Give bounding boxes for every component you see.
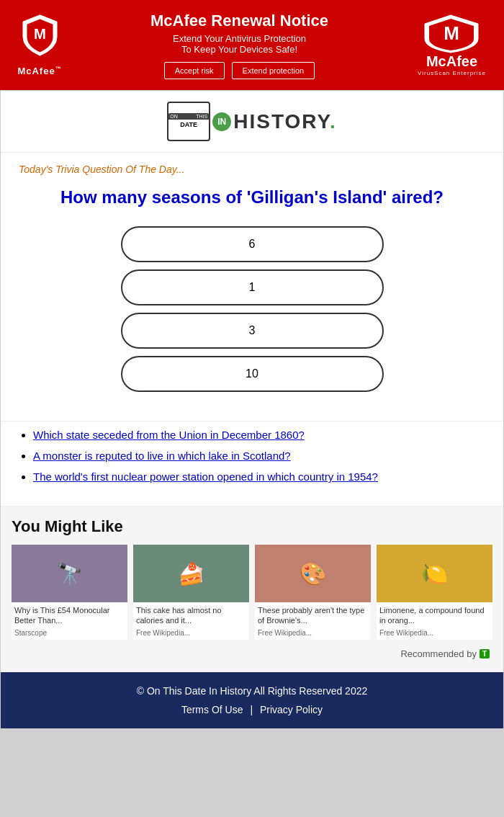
related-link-2[interactable]: A monster is reputed to live in which la… (33, 450, 291, 462)
footer-links: Terms Of Use | Privacy Policy (15, 704, 489, 715)
answer-options: 6 1 3 10 (19, 226, 485, 392)
ad-buttons: Accept risk Extend protection (72, 62, 407, 79)
calendar-body: DATE (179, 120, 199, 130)
rec-caption-1: Why is This £54 Monocular Better Than... (12, 602, 127, 629)
related-list: Which state seceded from the Union in De… (19, 429, 485, 483)
answer-option-2[interactable]: 1 (121, 269, 384, 305)
ad-banner: M McAfee™ McAfee Renewal Notice Extend Y… (0, 0, 504, 90)
ad-title: McAfee Renewal Notice (72, 12, 407, 30)
terms-link[interactable]: Terms Of Use (181, 704, 243, 715)
rec-caption-4: Limonene, a compound found in orang... (377, 602, 492, 629)
rec-caption-3: These probably aren't the type of Browni… (255, 602, 371, 629)
history-text: HISTORY. (233, 110, 337, 133)
in-circle: IN (212, 112, 231, 131)
rec-img-1: 🔭 (12, 545, 127, 602)
rec-img-4: 🍋 (377, 545, 492, 602)
rec-source-4: Free Wikipedia... (377, 629, 492, 640)
svg-text:M: M (34, 26, 46, 42)
ad-left-logo: M McAfee™ (14, 14, 65, 76)
ad-right-logo: M McAfee VirusScan Enterprise (414, 10, 490, 80)
answer-option-4[interactable]: 10 (121, 356, 384, 392)
rec-item-2[interactable]: 🍰 This cake has almost no calories and i… (133, 545, 249, 640)
calendar-icon: ON THIS DATE (167, 102, 210, 141)
related-link-1[interactable]: Which state seceded from the Union in De… (33, 429, 305, 441)
rec-img-3: 🎨 (255, 545, 371, 602)
rec-source-3: Free Wikipedia... (255, 629, 371, 640)
trivia-question: How many seasons of 'Gilligan's Island' … (19, 186, 485, 208)
list-item: The world's first nuclear power station … (33, 470, 485, 483)
ad-subtitle: Extend Your Antivirus ProtectionTo Keep … (72, 33, 407, 55)
rec-caption-2: This cake has almost no calories and it.… (133, 602, 249, 629)
rec-img-2: 🍰 (133, 545, 249, 602)
mcafee-right-brand: M McAfee VirusScan Enterprise (414, 10, 490, 80)
related-links: Which state seceded from the Union in De… (1, 421, 503, 506)
trivia-section: Today's Trivia Question Of The Day... Ho… (1, 153, 503, 421)
rec-grid: 🔭 Why is This £54 Monocular Better Than.… (12, 545, 492, 640)
recommended-by-label: Recommended by (400, 648, 477, 659)
calendar-top: ON THIS (168, 113, 209, 120)
footer-divider: | (250, 704, 253, 715)
related-link-3[interactable]: The world's first nuclear power station … (33, 470, 378, 483)
list-item: Which state seceded from the Union in De… (33, 429, 485, 441)
mcafee-brand-left: McAfee™ (17, 66, 61, 76)
list-item: A monster is reputed to live in which la… (33, 450, 485, 462)
mcafee-enterprise-label: VirusScan Enterprise (418, 70, 486, 76)
mcafee-brand-right: McAfee (426, 53, 477, 70)
mcafee-left-shield: M (14, 14, 65, 64)
trivia-label: Today's Trivia Question Of The Day... (19, 164, 485, 175)
site-footer: © On This Date In History All Rights Res… (1, 672, 503, 728)
recommendations-title: You Might Like (12, 517, 492, 536)
taboola-icon: T (480, 649, 490, 658)
svg-text:M: M (444, 22, 459, 44)
recommendations-section: You Might Like 🔭 Why is This £54 Monocul… (1, 506, 503, 672)
ad-center-content: McAfee Renewal Notice Extend Your Antivi… (65, 12, 414, 79)
extend-protection-button[interactable]: Extend protection (232, 62, 315, 79)
accept-risk-button[interactable]: Accept risk (164, 62, 225, 79)
site-logo: ON THIS DATE IN HISTORY. (167, 102, 337, 141)
main-container: ON THIS DATE IN HISTORY. Today's Trivia … (0, 90, 504, 729)
rec-item-3[interactable]: 🎨 These probably aren't the type of Brow… (255, 545, 371, 640)
footer-copyright: © On This Date In History All Rights Res… (15, 685, 489, 697)
history-dot: . (330, 110, 337, 133)
answer-option-1[interactable]: 6 (121, 226, 384, 262)
answer-option-3[interactable]: 3 (121, 313, 384, 349)
rec-item-1[interactable]: 🔭 Why is This £54 Monocular Better Than.… (12, 545, 127, 640)
site-header: ON THIS DATE IN HISTORY. (1, 91, 503, 153)
rec-source-1: Starscope (12, 629, 127, 640)
rec-source-2: Free Wikipedia... (133, 629, 249, 640)
recommended-by: Recommended by T (12, 646, 492, 665)
rec-item-4[interactable]: 🍋 Limonene, a compound found in orang...… (377, 545, 492, 640)
privacy-link[interactable]: Privacy Policy (260, 704, 323, 715)
